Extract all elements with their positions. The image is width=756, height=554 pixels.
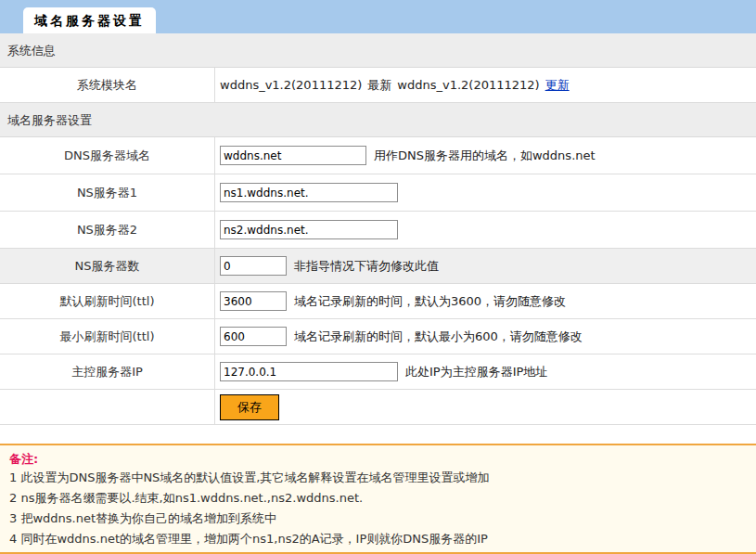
- save-row-empty-label: [0, 390, 215, 424]
- system-module-label: 系统模块名: [0, 68, 215, 102]
- table-row-default-refresh-ttl: 默认刷新时间(ttl) 域名记录刷新的时间，默认为3600，请勿随意修改: [0, 284, 756, 319]
- current-version-text: wddns_v1.2(20111212): [220, 78, 362, 92]
- field-label-master-server-ip: 主控服务器IP: [0, 354, 215, 389]
- field-label-dns-domain: DNS服务器域名: [0, 137, 215, 174]
- field-note-ns-server-count: 非指导情况下请勿修改此值: [294, 258, 439, 275]
- spacer: [0, 425, 756, 444]
- dns-settings-page: 域名服务器设置 系统信息 系统模块名 wddns_v1.2(20111212) …: [0, 0, 756, 554]
- field-note-master-server-ip: 此处IP为主控服务器IP地址: [405, 364, 547, 380]
- field-note-dns-domain: 用作DNS服务器用的域名，如wddns.net: [374, 148, 596, 164]
- note-item: 2 ns服务器名缀需要以.结束,如ns1.wddns.net.,ns2.wddn…: [9, 488, 747, 509]
- input-ns-server-count[interactable]: [220, 256, 287, 276]
- field-label-ns-server-2: NS服务器2: [0, 212, 215, 248]
- field-note-min-refresh-ttl: 域名记录刷新的时间，默认最小为600，请勿随意修改: [294, 329, 583, 345]
- input-ns-server-2[interactable]: [220, 220, 398, 239]
- field-label-default-refresh-ttl: 默认刷新时间(ttl): [0, 284, 215, 318]
- table-row-save: 保存: [0, 390, 756, 425]
- table-row-system-module: 系统模块名 wddns_v1.2(20111212) 最新 wddns_v1.2…: [0, 68, 756, 103]
- tab-dns-server-settings[interactable]: 域名服务器设置: [23, 7, 156, 33]
- table-row-ns-server-count: NS服务器数 非指导情况下请勿修改此值: [0, 249, 756, 284]
- table-row-dns-domain: DNS服务器域名 用作DNS服务器用的域名，如wddns.net: [0, 137, 756, 174]
- section-header-system-info: 系统信息: [0, 33, 756, 68]
- input-master-server-ip[interactable]: [220, 362, 398, 381]
- section-header-dns-settings: 域名服务器设置: [0, 103, 756, 137]
- field-label-min-refresh-ttl: 最小刷新时间(ttl): [0, 319, 215, 354]
- latest-label-text: 最新: [367, 77, 391, 94]
- settings-table: 系统信息 系统模块名 wddns_v1.2(20111212) 最新 wddns…: [0, 33, 756, 425]
- table-row-master-server-ip: 主控服务器IP 此处IP为主控服务器IP地址: [0, 354, 756, 390]
- field-label-ns-server-1: NS服务器1: [0, 174, 215, 211]
- notes-title: 备注:: [9, 451, 747, 468]
- input-min-refresh-ttl[interactable]: [220, 327, 287, 346]
- input-default-refresh-ttl[interactable]: [220, 291, 287, 311]
- field-label-ns-server-count: NS服务器数: [0, 249, 215, 283]
- notes-list: 1 此设置为DNS服务器中NS域名的默认值设置,其它域名解释设置在域名管理里设置…: [9, 468, 747, 549]
- table-row-min-refresh-ttl: 最小刷新时间(ttl) 域名记录刷新的时间，默认最小为600，请勿随意修改: [0, 319, 756, 354]
- notes-box: 备注: 1 此设置为DNS服务器中NS域名的默认值设置,其它域名解释设置在域名管…: [0, 444, 756, 554]
- input-dns-domain[interactable]: [220, 146, 366, 165]
- note-item: 1 此设置为DNS服务器中NS域名的默认值设置,其它域名解释设置在域名管理里设置…: [9, 468, 747, 488]
- note-item: 3 把wddns.net替换为你自己的域名增加到系统中: [9, 509, 747, 529]
- settings-rows: DNS服务器域名 用作DNS服务器用的域名，如wddns.net NS服务器1 …: [0, 137, 756, 390]
- top-bar: 域名服务器设置: [0, 0, 756, 33]
- latest-version-text: wddns_v1.2(20111212): [397, 78, 539, 92]
- table-row-ns-server-1: NS服务器1: [0, 174, 756, 212]
- save-button[interactable]: 保存: [220, 394, 279, 420]
- note-item: 4 同时在wddns.net的域名管理里，增加两个ns1,ns2的A记录，IP则…: [9, 529, 747, 549]
- field-note-default-refresh-ttl: 域名记录刷新的时间，默认为3600，请勿随意修改: [294, 293, 566, 310]
- table-row-ns-server-2: NS服务器2: [0, 212, 756, 249]
- input-ns-server-1[interactable]: [220, 183, 398, 202]
- update-link[interactable]: 更新: [545, 77, 570, 94]
